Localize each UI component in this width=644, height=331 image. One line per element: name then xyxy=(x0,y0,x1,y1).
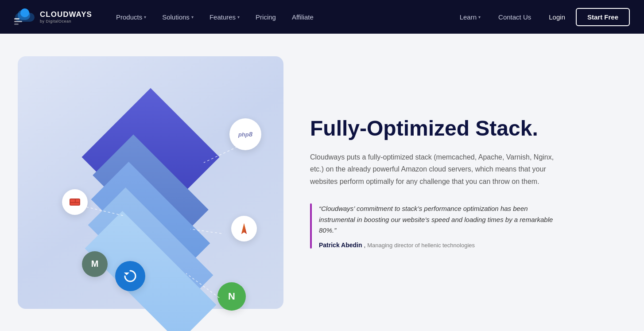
nav-solutions[interactable]: Solutions ▾ xyxy=(154,0,202,34)
logo[interactable]: CLOUDWAYS by DigitalOcean xyxy=(14,8,92,25)
main-content: php8 xyxy=(0,34,644,331)
testimonial-block: “Cloudways’ commitment to stack’s perfor… xyxy=(310,203,558,249)
nav-contact[interactable]: Contact Us xyxy=(491,0,538,34)
author-name: Patrick Abedin xyxy=(319,241,362,249)
illustration-card: php8 xyxy=(18,56,283,309)
apache-badge xyxy=(231,216,257,241)
chevron-down-icon: ▾ xyxy=(478,15,481,19)
nav-right: Learn ▾ Contact Us Login Start Free xyxy=(453,0,630,34)
svg-rect-8 xyxy=(76,199,79,202)
svg-marker-12 xyxy=(124,273,129,275)
svg-rect-9 xyxy=(70,203,79,205)
brand-sub: by DigitalOcean xyxy=(40,19,92,23)
restart-icon xyxy=(122,268,138,284)
login-button[interactable]: Login xyxy=(542,13,572,21)
apache-icon xyxy=(238,222,250,235)
svg-rect-3 xyxy=(14,18,19,19)
svg-rect-5 xyxy=(14,23,19,25)
navbar: CLOUDWAYS by DigitalOcean Products ▾ Sol… xyxy=(0,0,644,34)
logo-text: CLOUDWAYS by DigitalOcean xyxy=(40,10,92,23)
testimonial-bar xyxy=(310,203,312,249)
text-side: Fully-Optimized Stack. Cloudways puts a … xyxy=(310,116,558,249)
nginx-badge: N xyxy=(217,282,246,311)
cloudways-badge xyxy=(115,261,145,291)
nav-affiliate[interactable]: Affiliate xyxy=(284,0,322,34)
nav-features[interactable]: Features ▾ xyxy=(202,0,248,34)
redis-badge xyxy=(62,189,88,215)
testimonial-content: “Cloudways’ commitment to stack’s perfor… xyxy=(319,203,558,249)
nav-learn[interactable]: Learn ▾ xyxy=(453,0,488,34)
author-role: Managing director of hellenic technologi… xyxy=(367,242,475,249)
logo-icon xyxy=(14,8,35,25)
testimonial-quote: “Cloudways’ commitment to stack’s perfor… xyxy=(319,203,558,236)
hero-title: Fully-Optimized Stack. xyxy=(310,116,558,140)
chevron-down-icon: ▾ xyxy=(237,15,240,19)
hero-description: Cloudways puts a fully-optimized stack (… xyxy=(310,151,558,187)
layers-container xyxy=(66,95,235,263)
memcached-badge: M xyxy=(82,251,108,277)
redis-icon xyxy=(68,195,82,209)
svg-marker-11 xyxy=(241,223,247,234)
chevron-down-icon: ▾ xyxy=(144,15,146,19)
svg-rect-4 xyxy=(14,21,22,22)
start-free-button[interactable]: Start Free xyxy=(576,8,630,26)
chevron-down-icon: ▾ xyxy=(191,15,194,19)
svg-rect-7 xyxy=(70,199,75,202)
svg-rect-2 xyxy=(20,8,29,17)
testimonial-author: Patrick Abedin , Managing director of he… xyxy=(319,241,558,249)
brand-name: CLOUDWAYS xyxy=(40,10,92,19)
nav-links: Products ▾ Solutions ▾ Features ▾ Pricin… xyxy=(108,0,453,34)
php-badge: php8 xyxy=(229,118,261,150)
nav-products[interactable]: Products ▾ xyxy=(108,0,154,34)
nav-pricing[interactable]: Pricing xyxy=(248,0,284,34)
